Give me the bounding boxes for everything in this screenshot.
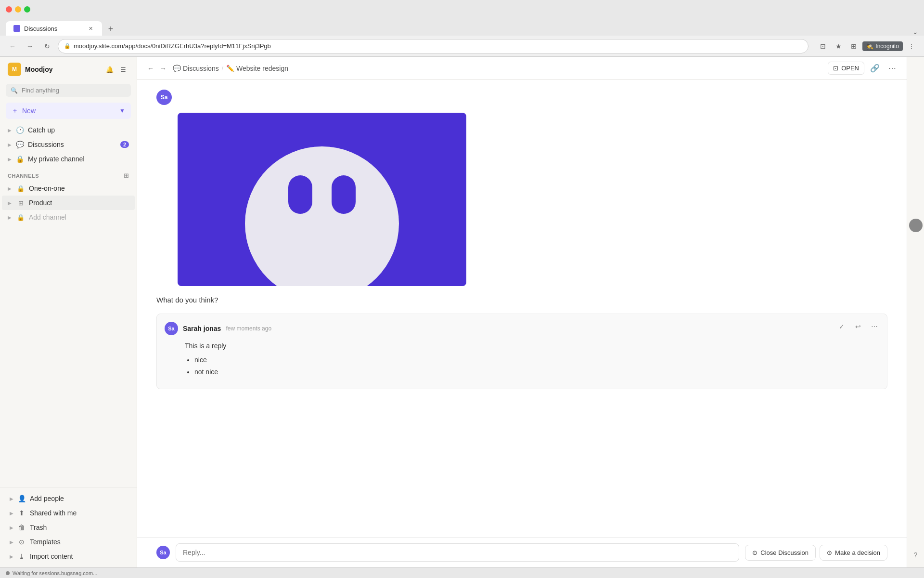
avatar-initials: Sa (161, 94, 168, 101)
close-discussion-button[interactable]: ⊙ Close Discussion (745, 545, 816, 561)
notifications-button[interactable]: 🔔 (104, 64, 116, 75)
breadcrumb-separator: / (222, 65, 223, 72)
current-user-initials: Sa (160, 550, 166, 555)
sidebar-item-discussions[interactable]: ▶ 💬 Discussions 2 (2, 137, 135, 152)
post-author-avatar: Sa (156, 90, 172, 105)
fullscreen-traffic-light[interactable] (24, 6, 30, 13)
expand-icon: ▶ (8, 215, 12, 220)
expand-icon: ▶ (8, 200, 12, 206)
sidebar-bottom: ▶ 👤 Add people ▶ ⬆ Shared with me ▶ 🗑 Tr… (0, 487, 137, 567)
extensions-icon[interactable]: ⊞ (847, 39, 860, 53)
open-label: OPEN (841, 65, 859, 72)
open-icon: ⊡ (833, 65, 838, 72)
refresh-button[interactable]: ↻ (40, 39, 54, 53)
sidebar-toggle-button[interactable]: ☰ (117, 64, 129, 75)
search-bar[interactable]: 🔍 Find anything (6, 84, 131, 97)
sidebar-item-templates[interactable]: ▶ ⊙ Templates (4, 535, 133, 549)
reply-input[interactable] (176, 543, 739, 562)
templates-label: Templates (30, 538, 127, 546)
close-icon: ⊙ (752, 549, 757, 556)
tab-close-button[interactable]: ✕ (87, 25, 94, 32)
header-actions: ⊡ OPEN 🔗 ⋯ (828, 62, 899, 75)
current-user-avatar: Sa (156, 546, 170, 559)
sidebar-header-actions: 🔔 ☰ (104, 64, 129, 75)
smiley-eye-right (332, 175, 356, 214)
discussions-icon: 💬 (173, 65, 181, 72)
template-icon: ⊙ (17, 538, 26, 546)
edit-icon: ✏️ (226, 65, 234, 72)
reply-author-name: Sarah jonas (183, 325, 221, 332)
incognito-icon: 🕵 (866, 43, 873, 50)
status-text: Waiting for sessions.bugsnag.com... (13, 570, 97, 576)
share-icon: ⬆ (17, 509, 26, 517)
header-forward-button[interactable]: → (157, 63, 169, 74)
sidebar-item-trash[interactable]: ▶ 🗑 Trash (4, 520, 133, 535)
breadcrumb-document[interactable]: ✏️ Website redesign (226, 65, 288, 72)
reply-actions: ✓ ↩ ⋯ (835, 320, 881, 333)
workspace-initials: M (12, 66, 17, 73)
oneonone-label: One-on-one (29, 184, 65, 192)
more-reply-options[interactable]: ⋯ (868, 320, 881, 333)
smiley-face (245, 146, 399, 286)
copy-link-button[interactable]: 🔗 (868, 62, 882, 75)
back-button[interactable]: ← (6, 39, 19, 53)
reaction-button[interactable]: ↩ (851, 320, 865, 333)
traffic-lights (6, 6, 30, 13)
sidebar-channel-oneonone[interactable]: ▶ 🔒 One-on-one (2, 181, 135, 196)
reply-buttons: ⊙ Close Discussion ⊙ Make a decision (745, 545, 887, 561)
make-decision-label: Make a decision (835, 549, 880, 556)
addpeople-label: Add people (30, 495, 127, 502)
active-tab[interactable]: Discussions ✕ (6, 21, 102, 36)
sidebar-item-private[interactable]: ▶ 🔒 My private channel (2, 152, 135, 166)
expand-icon: ▶ (10, 554, 13, 559)
lock-icon: 🔒 (16, 184, 25, 193)
title-bar (0, 0, 924, 18)
more-options-button[interactable]: ⋯ (886, 62, 899, 75)
expand-icon: ▶ (10, 539, 13, 545)
breadcrumb-discussions[interactable]: 💬 Discussions (173, 65, 219, 72)
right-panel: ? (907, 57, 924, 567)
close-discussion-label: Close Discussion (760, 549, 808, 556)
trash-icon: 🗑 (17, 523, 26, 532)
reply-text: This is a reply (185, 341, 879, 351)
resolve-button[interactable]: ✓ (835, 320, 848, 333)
discussion-panel: Sa What do (137, 80, 907, 567)
workspace-name: Moodjoy (25, 66, 100, 73)
expand-icon: ▶ (8, 128, 12, 133)
expand-icon: ▶ (10, 525, 13, 530)
sidebar-item-import[interactable]: ▶ ⤓ Import content (4, 549, 133, 564)
close-traffic-light[interactable] (6, 6, 12, 13)
sidebar-item-catchup[interactable]: ▶ 🕐 Catch up (2, 123, 135, 137)
right-panel-circle-button[interactable] (909, 219, 923, 232)
help-button[interactable]: ? (909, 548, 923, 562)
reply-input-area: Sa ⊙ Close Discussion ⊙ Make a decision (137, 537, 907, 567)
sidebar-channel-add[interactable]: ▶ 🔒 Add channel (2, 210, 135, 224)
search-placeholder: Find anything (22, 87, 59, 94)
header-back-button[interactable]: ← (145, 63, 156, 74)
new-tab-button[interactable]: + (104, 22, 117, 36)
channels-section-action[interactable]: ⊞ (124, 172, 129, 179)
private-channel-label: My private channel (28, 155, 129, 163)
new-button[interactable]: ＋ New ▼ (6, 103, 131, 119)
sidebar-item-addpeople[interactable]: ▶ 👤 Add people (4, 491, 133, 506)
url-input[interactable]: 🔒 moodjoy.slite.com/app/docs/0niDiRZGErh… (58, 39, 808, 53)
open-button[interactable]: ⊡ OPEN (828, 62, 864, 75)
tab-title-label: Discussions (24, 25, 83, 32)
make-decision-button[interactable]: ⊙ Make a decision (820, 545, 887, 561)
content-header: ← → 💬 Discussions / ✏️ Website redesign … (137, 57, 907, 80)
app-container: M Moodjoy 🔔 ☰ 🔍 Find anything ＋ New ▼ ▶ … (0, 57, 924, 567)
bookmark-icon[interactable]: ★ (832, 39, 845, 53)
forward-button[interactable]: → (23, 39, 37, 53)
cast-icon[interactable]: ⊡ (816, 39, 830, 53)
more-options-icon[interactable]: ⋮ (905, 39, 918, 53)
status-bar: Waiting for sessions.bugsnag.com... (0, 567, 924, 578)
breadcrumb-discussions-label: Discussions (183, 65, 219, 72)
incognito-button[interactable]: 🕵 Incognito (862, 41, 903, 51)
sidebar-channel-product[interactable]: ▶ ⊞ Product (2, 196, 135, 210)
main-content: ← → 💬 Discussions / ✏️ Website redesign … (137, 57, 907, 567)
minimize-traffic-light[interactable] (15, 6, 21, 13)
sidebar-item-shared[interactable]: ▶ ⬆ Shared with me (4, 506, 133, 520)
new-button-label: New (22, 107, 116, 115)
tab-list-button[interactable]: ⌄ (912, 28, 918, 36)
shared-label: Shared with me (30, 509, 127, 517)
